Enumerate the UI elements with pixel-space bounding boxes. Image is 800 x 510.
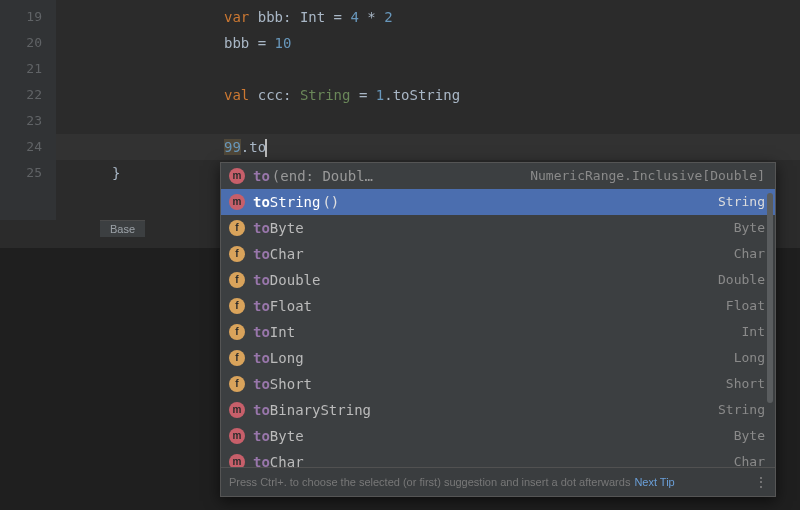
- completion-return-type: Byte: [734, 215, 765, 241]
- field-icon: f: [229, 272, 245, 288]
- field-icon: f: [229, 220, 245, 236]
- completion-return-type: String: [718, 189, 765, 215]
- line-number: 23: [0, 108, 56, 134]
- completion-name: toFloat: [253, 293, 312, 319]
- line-number: 24: [0, 134, 56, 160]
- completion-item[interactable]: ftoCharChar: [221, 241, 775, 267]
- completion-item[interactable]: ftoDoubleDouble: [221, 267, 775, 293]
- completion-signature: (): [322, 189, 339, 215]
- code-line-active[interactable]: 99.to: [56, 134, 800, 160]
- completion-popup[interactable]: mto(end: Doubl…NumericRange.Inclusive[Do…: [220, 162, 776, 497]
- completion-item[interactable]: ftoLongLong: [221, 345, 775, 371]
- method-icon: m: [229, 194, 245, 210]
- completion-signature: (end: Doubl…: [272, 163, 373, 189]
- completion-item[interactable]: mtoByteByte: [221, 423, 775, 449]
- field-icon: f: [229, 298, 245, 314]
- code-line[interactable]: var bbb: Int = 4 * 2: [56, 4, 800, 30]
- completion-name: toShort: [253, 371, 312, 397]
- completion-return-type: Double: [718, 267, 765, 293]
- completion-name: toBinaryString: [253, 397, 371, 423]
- completion-name: toDouble: [253, 267, 320, 293]
- line-number: 22: [0, 82, 56, 108]
- completion-name: to: [253, 163, 270, 189]
- completion-hint-bar: Press Ctrl+. to choose the selected (or …: [221, 467, 775, 496]
- completion-name: toChar: [253, 241, 304, 267]
- scrollbar-thumb[interactable]: [767, 193, 773, 403]
- next-tip-link[interactable]: Next Tip: [634, 476, 674, 488]
- code-line[interactable]: [56, 108, 800, 134]
- completion-item[interactable]: mto(end: Doubl…NumericRange.Inclusive[Do…: [221, 163, 775, 189]
- completion-return-type: String: [718, 397, 765, 423]
- more-icon[interactable]: ⋮: [754, 474, 767, 490]
- field-icon: f: [229, 350, 245, 366]
- completion-item[interactable]: ftoFloatFloat: [221, 293, 775, 319]
- field-icon: f: [229, 324, 245, 340]
- completion-return-type: Byte: [734, 423, 765, 449]
- code-area[interactable]: var bbb: Int = 4 * 2 bbb = 10 val ccc: S…: [56, 4, 800, 186]
- code-line[interactable]: [56, 56, 800, 82]
- completion-name: toChar: [253, 449, 304, 467]
- method-icon: m: [229, 168, 245, 184]
- code-editor[interactable]: 19 20 21 22 23 24 25 var bbb: Int = 4 * …: [0, 0, 800, 510]
- completion-return-type: Short: [726, 371, 765, 397]
- line-number: 25: [0, 160, 56, 186]
- method-icon: m: [229, 428, 245, 444]
- method-icon: m: [229, 454, 245, 467]
- completion-name: toString: [253, 189, 320, 215]
- base-tab[interactable]: Base: [100, 220, 145, 237]
- completion-list[interactable]: mto(end: Doubl…NumericRange.Inclusive[Do…: [221, 163, 775, 467]
- completion-item[interactable]: mtoString()String: [221, 189, 775, 215]
- completion-return-type: Char: [734, 449, 765, 467]
- text-cursor: [265, 139, 267, 157]
- completion-item[interactable]: mtoCharChar: [221, 449, 775, 467]
- completion-name: toLong: [253, 345, 304, 371]
- line-number: 21: [0, 56, 56, 82]
- completion-return-type: NumericRange.Inclusive[Double]: [530, 163, 765, 189]
- gutter: 19 20 21 22 23 24 25: [0, 0, 56, 220]
- completion-return-type: Int: [742, 319, 765, 345]
- completion-return-type: Float: [726, 293, 765, 319]
- completion-return-type: Long: [734, 345, 765, 371]
- line-number: 20: [0, 30, 56, 56]
- line-number: 19: [0, 4, 56, 30]
- method-icon: m: [229, 402, 245, 418]
- field-icon: f: [229, 376, 245, 392]
- completion-item[interactable]: mtoBinaryStringString: [221, 397, 775, 423]
- completion-name: toByte: [253, 215, 304, 241]
- hint-text: Press Ctrl+. to choose the selected (or …: [229, 476, 630, 488]
- completion-item[interactable]: ftoIntInt: [221, 319, 775, 345]
- completion-return-type: Char: [734, 241, 765, 267]
- completion-name: toInt: [253, 319, 295, 345]
- completion-item[interactable]: ftoShortShort: [221, 371, 775, 397]
- completion-name: toByte: [253, 423, 304, 449]
- field-icon: f: [229, 246, 245, 262]
- code-line[interactable]: bbb = 10: [56, 30, 800, 56]
- code-line[interactable]: val ccc: String = 1.toString: [56, 82, 800, 108]
- completion-item[interactable]: ftoByteByte: [221, 215, 775, 241]
